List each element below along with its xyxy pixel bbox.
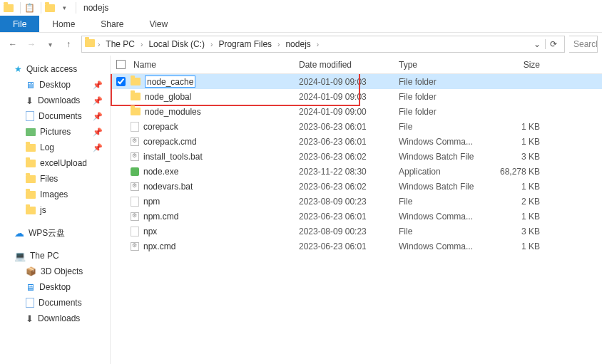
recent-locations-button[interactable]: ▾ xyxy=(41,36,58,53)
breadcrumb-segment[interactable]: Local Disk (C:) xyxy=(146,39,208,49)
label: Desktop xyxy=(39,80,71,90)
label: Pictures xyxy=(40,127,71,137)
file-row[interactable]: npm2023-08-09 00:23File2 KB xyxy=(111,194,602,209)
sidebar-log[interactable]: Log📌 xyxy=(0,140,110,155)
sidebar-images[interactable]: Images xyxy=(0,187,110,202)
file-row[interactable]: nodevars.bat2023-06-23 06:02Windows Batc… xyxy=(111,179,602,194)
column-headers: Name Date modified Type Size xyxy=(111,56,602,74)
sidebar-wps[interactable]: ☁WPS云盘 xyxy=(0,225,110,241)
file-list-pane: Name Date modified Type Size node_cache2… xyxy=(111,56,602,364)
file-name-cell[interactable]: corepack.cmd xyxy=(131,137,299,147)
file-name-cell[interactable]: nodevars.bat xyxy=(131,182,299,192)
file-name-cell[interactable]: node.exe xyxy=(131,167,299,177)
file-name-cell[interactable]: node_modules xyxy=(131,107,299,117)
folder-icon xyxy=(131,78,141,85)
column-size[interactable]: Size xyxy=(484,60,549,70)
breadcrumb-segment[interactable]: nodejs xyxy=(282,39,313,49)
tab-share[interactable]: Share xyxy=(88,16,136,32)
label: Downloads xyxy=(38,95,80,105)
documents-icon xyxy=(26,111,34,121)
address-bar[interactable]: › The PC › Local Disk (C:) › Program Fil… xyxy=(81,36,565,53)
ribbon-tabs: File Home Share View xyxy=(0,16,602,33)
forward-button[interactable]: → xyxy=(23,36,40,53)
file-row[interactable]: corepack2023-06-23 06:01File1 KB xyxy=(111,119,602,134)
file-name-cell[interactable]: node_cache xyxy=(131,76,299,88)
rename-input[interactable]: node_cache xyxy=(145,76,195,88)
window-title: nodejs xyxy=(83,3,108,13)
sidebar-documents2[interactable]: Documents xyxy=(0,295,110,311)
file-size: 1 KB xyxy=(484,137,549,147)
sidebar-downloads[interactable]: ⬇Downloads📌 xyxy=(0,93,110,108)
file-size: 2 KB xyxy=(484,197,549,207)
file-row[interactable]: install_tools.bat2023-06-23 06:02Windows… xyxy=(111,149,602,164)
refresh-button[interactable]: ⟳ xyxy=(545,39,561,49)
column-date[interactable]: Date modified xyxy=(299,60,399,70)
sidebar-desktop[interactable]: 🖥Desktop📌 xyxy=(0,77,110,93)
breadcrumb-segment[interactable]: The PC xyxy=(103,39,138,49)
file-row[interactable]: npx2023-08-09 00:23File3 KB xyxy=(111,224,602,239)
sidebar-desktop2[interactable]: 🖥Desktop xyxy=(0,279,110,295)
back-button[interactable]: ← xyxy=(4,36,21,53)
row-checkbox[interactable] xyxy=(111,77,131,86)
select-all-checkbox[interactable] xyxy=(111,60,131,69)
divider xyxy=(41,2,41,14)
file-date: 2024-01-09 09:03 xyxy=(299,77,399,87)
file-date: 2023-06-23 06:01 xyxy=(299,212,399,222)
desktop-icon: 🖥 xyxy=(26,80,35,90)
chevron-right-icon[interactable]: › xyxy=(315,41,320,48)
properties-icon[interactable]: 📋 xyxy=(24,2,35,14)
file-name-cell[interactable]: npm.cmd xyxy=(131,212,299,222)
file-name-label: install_tools.bat xyxy=(143,152,203,162)
label: Desktop xyxy=(39,282,71,292)
file-name-cell[interactable]: npm xyxy=(131,197,299,207)
file-row[interactable]: node_modules2024-01-09 09:00File folder xyxy=(111,104,602,119)
column-type[interactable]: Type xyxy=(399,60,484,70)
qat-dropdown-icon[interactable]: ▾ xyxy=(58,2,70,14)
file-row[interactable]: npm.cmd2023-06-23 06:01Windows Comma...1… xyxy=(111,209,602,224)
chevron-right-icon[interactable]: › xyxy=(96,41,101,48)
sidebar-excel[interactable]: excelUpload xyxy=(0,155,110,171)
file-size: 3 KB xyxy=(484,152,549,162)
file-size: 68,278 KB xyxy=(484,167,549,177)
sidebar-js[interactable]: js xyxy=(0,202,110,218)
column-name[interactable]: Name xyxy=(131,60,299,70)
tab-file[interactable]: File xyxy=(0,16,39,32)
file-row[interactable]: node.exe2023-11-22 08:30Application68,27… xyxy=(111,164,602,179)
downloads-icon: ⬇ xyxy=(26,313,34,324)
sidebar-downloads2[interactable]: ⬇Downloads xyxy=(0,311,110,326)
quick-access[interactable]: ★Quick access xyxy=(0,61,110,77)
search-input[interactable]: Search xyxy=(569,36,598,53)
breadcrumb-segment[interactable]: Program Files xyxy=(215,39,275,49)
chevron-right-icon[interactable]: › xyxy=(209,41,214,48)
folder-icon xyxy=(26,175,36,183)
file-row[interactable]: npx.cmd2023-06-23 06:01Windows Comma...1… xyxy=(111,239,602,254)
file-name-cell[interactable]: install_tools.bat xyxy=(131,152,299,162)
chevron-right-icon[interactable]: › xyxy=(276,41,281,48)
file-type: Windows Batch File xyxy=(399,182,484,192)
file-name-label: node_global xyxy=(145,92,191,102)
file-rows: node_cache2024-01-09 09:03File foldernod… xyxy=(111,74,602,364)
file-row[interactable]: node_cache2024-01-09 09:03File folder xyxy=(111,74,602,89)
sidebar-thepc[interactable]: 💻The PC xyxy=(0,248,110,264)
sidebar-pictures[interactable]: Pictures📌 xyxy=(0,124,110,140)
file-name-cell[interactable]: npx.cmd xyxy=(131,241,299,251)
label: Documents xyxy=(39,111,82,121)
file-type: File folder xyxy=(399,77,484,87)
address-dropdown-button[interactable]: ⌄ xyxy=(531,39,544,49)
sidebar-3d-objects[interactable]: 📦3D Objects xyxy=(0,264,110,279)
sidebar-files[interactable]: Files xyxy=(0,171,110,187)
chevron-right-icon[interactable]: › xyxy=(139,41,144,48)
sidebar-documents[interactable]: Documents📌 xyxy=(0,108,110,124)
file-name-cell[interactable]: npx xyxy=(131,227,299,236)
file-row[interactable]: node_global2024-01-09 09:03File folder xyxy=(111,89,602,104)
file-row[interactable]: corepack.cmd2023-06-23 06:01Windows Comm… xyxy=(111,134,602,149)
tab-view[interactable]: View xyxy=(136,16,180,32)
file-name-cell[interactable]: corepack xyxy=(131,122,299,132)
up-button[interactable]: ↑ xyxy=(60,36,77,53)
file-date: 2023-11-22 08:30 xyxy=(299,167,399,177)
file-type: File folder xyxy=(399,92,484,102)
file-name-cell[interactable]: node_global xyxy=(131,92,299,102)
tab-home[interactable]: Home xyxy=(39,16,88,32)
documents-icon xyxy=(26,298,34,308)
nav-pane: ★Quick access 🖥Desktop📌 ⬇Downloads📌 Docu… xyxy=(0,56,111,364)
